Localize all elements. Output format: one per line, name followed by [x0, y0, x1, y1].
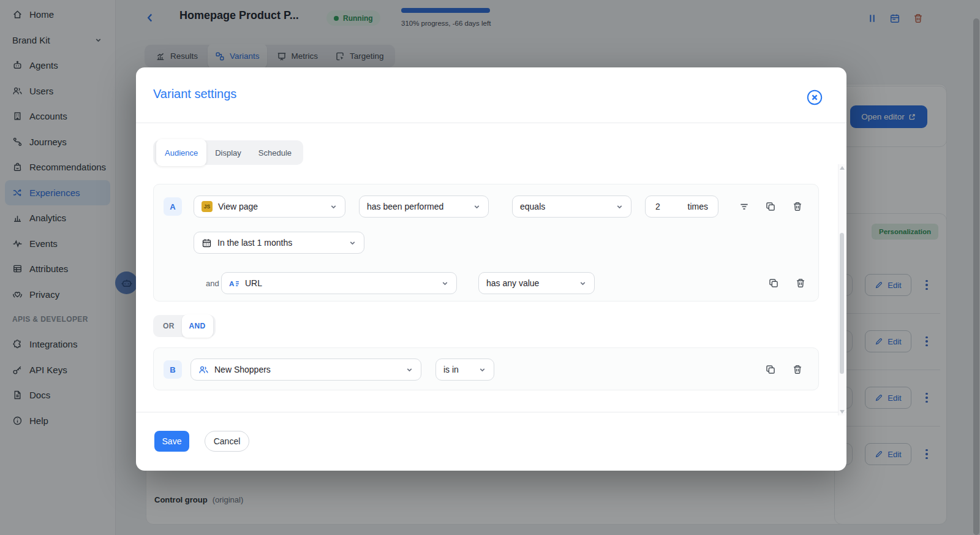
copy-icon[interactable] — [765, 364, 776, 375]
filter-icon[interactable] — [739, 201, 750, 212]
count-input[interactable]: 2 times — [645, 195, 718, 218]
chevron-down-icon — [616, 203, 624, 211]
and-connector-label: and — [206, 279, 219, 288]
divider — [136, 412, 846, 412]
timeframe-select[interactable]: In the last 1 months — [194, 232, 364, 254]
modal-title: Variant settings — [153, 87, 236, 101]
chevron-down-icon — [579, 279, 587, 287]
rule-group-a: A JSView page has been performed equals … — [153, 184, 819, 302]
copy-icon[interactable] — [765, 201, 776, 212]
attribute-select-value: URL — [245, 278, 262, 288]
save-button[interactable]: Save — [154, 431, 189, 452]
condition-select[interactable]: has been performed — [359, 195, 489, 218]
attribute-condition-value: has any value — [486, 278, 539, 288]
operator-select-value: equals — [520, 202, 545, 211]
scroll-down-arrow-icon[interactable] — [840, 410, 845, 414]
trash-icon[interactable] — [792, 201, 803, 212]
chevron-down-icon — [349, 239, 356, 247]
segment-select[interactable]: New Shoppers — [190, 359, 421, 381]
chevron-down-icon — [405, 366, 413, 374]
chevron-down-icon — [473, 203, 481, 211]
js-event-icon: JS — [202, 201, 213, 212]
close-icon[interactable] — [806, 89, 823, 106]
count-unit-label: times — [688, 202, 708, 211]
tab-audience[interactable]: Audience — [156, 139, 206, 166]
screen: Home Brand Kit Agents Users Accounts Jou… — [0, 0, 980, 535]
chevron-down-icon — [330, 203, 337, 211]
trash-icon[interactable] — [795, 278, 806, 289]
rule-badge-a: A — [164, 197, 182, 216]
rule-badge-b: B — [164, 360, 182, 379]
attribute-condition-select[interactable]: has any value — [478, 272, 595, 294]
divider — [136, 123, 846, 123]
attribute-icon: A — [229, 278, 239, 289]
event-select[interactable]: JSView page — [194, 195, 345, 218]
attribute-select[interactable]: AURL — [221, 272, 457, 294]
modal-scrollbar[interactable] — [838, 164, 845, 415]
chevron-down-icon — [441, 279, 449, 287]
timeframe-select-value: In the last 1 months — [217, 238, 292, 248]
people-icon — [198, 365, 209, 375]
tab-schedule[interactable]: Schedule — [250, 140, 300, 165]
copy-icon[interactable] — [768, 278, 779, 289]
svg-text:A: A — [229, 279, 235, 287]
segment-operator-select[interactable]: is in — [435, 359, 494, 381]
modal-tabbar: Audience Display Schedule — [153, 140, 303, 165]
count-value: 2 — [655, 202, 660, 211]
scroll-up-arrow-icon[interactable] — [840, 166, 845, 170]
cancel-button[interactable]: Cancel — [205, 431, 249, 452]
chevron-down-icon — [478, 366, 486, 374]
segment-select-value: New Shoppers — [214, 365, 271, 374]
segment-operator-value: is in — [443, 365, 459, 374]
logic-toggle: OR AND — [153, 315, 216, 337]
scrollbar-thumb[interactable] — [840, 233, 844, 374]
condition-select-value: has been performed — [367, 202, 443, 211]
logic-or-option[interactable]: OR — [156, 315, 182, 337]
rule-group-b: B New Shoppers is in — [153, 347, 819, 390]
trash-icon[interactable] — [792, 364, 803, 375]
tab-display[interactable]: Display — [206, 140, 250, 165]
logic-and-option[interactable]: AND — [182, 314, 213, 338]
variant-settings-modal: Variant settings Audience Display Schedu… — [136, 67, 846, 471]
calendar-icon — [202, 238, 212, 248]
event-select-value: View page — [218, 202, 258, 211]
operator-select[interactable]: equals — [512, 195, 631, 218]
